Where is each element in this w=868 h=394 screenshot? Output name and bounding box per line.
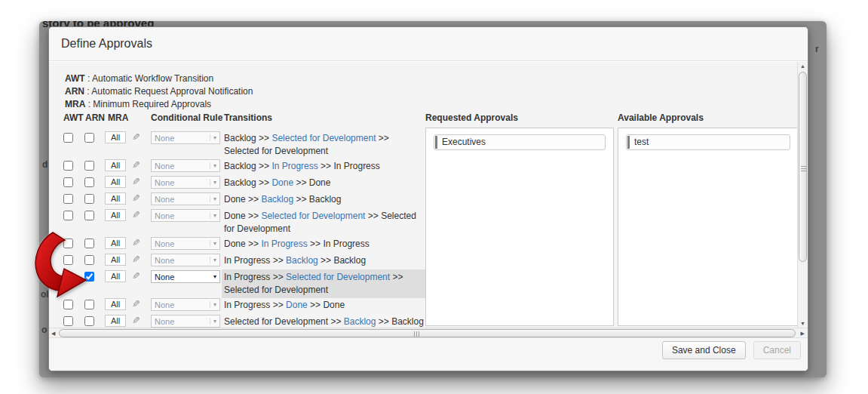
awt-checkbox[interactable] bbox=[63, 177, 73, 187]
scroll-down-icon[interactable]: ▼ bbox=[798, 321, 808, 326]
vertical-scrollbar-thumb[interactable] bbox=[799, 72, 807, 262]
background-text-fragment: r bbox=[815, 44, 819, 54]
edit-pencil-icon[interactable]: ✎ bbox=[132, 192, 140, 204]
scroll-up-icon[interactable]: ▲ bbox=[798, 63, 808, 69]
save-and-close-button[interactable]: Save and Close bbox=[662, 341, 746, 359]
edit-pencil-icon[interactable]: ✎ bbox=[132, 298, 140, 309]
transition-status-text: In Progress bbox=[323, 239, 369, 249]
edit-pencil-icon[interactable]: ✎ bbox=[132, 159, 140, 171]
mra-input[interactable] bbox=[105, 237, 126, 249]
arn-checkbox[interactable] bbox=[84, 133, 94, 143]
mra-input[interactable] bbox=[105, 176, 126, 188]
mra-input[interactable] bbox=[105, 159, 126, 171]
transition-label: Backlog >> Done >> Done bbox=[224, 177, 426, 189]
awt-checkbox[interactable] bbox=[63, 194, 73, 204]
transition-status-text: Done bbox=[224, 239, 246, 249]
awt-checkbox[interactable] bbox=[63, 316, 73, 326]
edit-pencil-icon[interactable]: ✎ bbox=[132, 315, 140, 326]
arn-checkbox[interactable] bbox=[84, 211, 94, 220]
conditional-rule-select[interactable]: None ▾ bbox=[151, 254, 220, 266]
horizontal-scrollbar[interactable]: ◀ ▶ bbox=[49, 328, 808, 338]
transition-status-link[interactable]: Selected for Development bbox=[286, 272, 390, 282]
mra-input[interactable] bbox=[105, 192, 126, 205]
conditional-rule-select[interactable]: None ▾ bbox=[151, 131, 220, 144]
column-header-available-approvals: Available Approvals bbox=[618, 112, 704, 123]
transition-status-link[interactable]: Backlog bbox=[286, 255, 318, 266]
conditional-rule-select[interactable]: None ▾ bbox=[151, 270, 220, 283]
transition-status-link[interactable]: Backlog bbox=[344, 316, 376, 327]
chevron-down-icon: ▾ bbox=[210, 162, 216, 169]
chevron-down-icon: ▾ bbox=[210, 212, 216, 219]
transition-status-text: In Progress bbox=[224, 255, 270, 266]
mra-input[interactable] bbox=[105, 254, 126, 266]
chevron-down-icon: ▾ bbox=[210, 318, 216, 325]
transition-status-text: Done bbox=[323, 300, 345, 310]
edit-pencil-icon[interactable]: ✎ bbox=[132, 131, 140, 143]
conditional-rule-value: None bbox=[155, 162, 174, 171]
edit-pencil-icon[interactable]: ✎ bbox=[132, 254, 140, 265]
edit-pencil-icon[interactable]: ✎ bbox=[132, 176, 140, 187]
conditional-rule-select[interactable]: None ▾ bbox=[151, 298, 220, 311]
column-header-awt: AWT bbox=[63, 112, 84, 123]
conditional-rule-value: None bbox=[155, 195, 174, 204]
legend-line-mra: MRA : Minimum Required Approvals bbox=[65, 98, 253, 111]
cancel-button[interactable]: Cancel bbox=[753, 341, 801, 359]
scroll-right-icon[interactable]: ▶ bbox=[801, 331, 805, 337]
transition-status-link[interactable]: Backlog bbox=[261, 194, 293, 205]
arn-checkbox[interactable] bbox=[84, 316, 94, 326]
column-header-requested-approvals: Requested Approvals bbox=[425, 112, 518, 123]
conditional-rule-value: None bbox=[155, 134, 174, 143]
approval-item[interactable]: test bbox=[626, 134, 790, 150]
scroll-left-icon[interactable]: ◀ bbox=[51, 331, 55, 337]
awt-checkbox[interactable] bbox=[63, 133, 73, 143]
conditional-rule-value: None bbox=[155, 256, 174, 265]
background-text-fragment: o bbox=[41, 325, 47, 335]
arn-checkbox[interactable] bbox=[84, 177, 94, 187]
mra-input[interactable] bbox=[105, 298, 126, 310]
column-header-transitions: Transitions bbox=[224, 112, 272, 123]
transition-status-link[interactable]: Selected for Development bbox=[261, 211, 365, 221]
conditional-rule-select[interactable]: None ▾ bbox=[151, 209, 220, 222]
legend-line-awt: AWT : Automatic Workflow Transition bbox=[65, 72, 253, 85]
chevron-down-icon: ▾ bbox=[213, 273, 216, 280]
transition-status-link[interactable]: In Progress bbox=[271, 161, 317, 171]
drag-handle-icon bbox=[435, 136, 437, 149]
edit-pencil-icon[interactable]: ✎ bbox=[132, 209, 140, 220]
awt-checkbox[interactable] bbox=[63, 211, 73, 220]
transition-status-link[interactable]: Selected for Development bbox=[271, 133, 376, 143]
mra-input[interactable] bbox=[105, 131, 126, 143]
dialog-titlebar: Define Approvals bbox=[49, 27, 808, 61]
transition-status-text: Backlog bbox=[309, 194, 342, 205]
conditional-rule-select[interactable]: None ▾ bbox=[151, 159, 220, 172]
arn-checkbox[interactable] bbox=[84, 161, 94, 171]
conditional-rule-select[interactable]: None ▾ bbox=[151, 176, 220, 189]
transition-status-link[interactable]: Done bbox=[271, 177, 293, 188]
conditional-rule-select[interactable]: None ▾ bbox=[151, 192, 220, 205]
conditional-rule-select[interactable]: None ▾ bbox=[151, 315, 220, 328]
legend-line-arn: ARN : Automatic Request Approval Notific… bbox=[65, 85, 253, 98]
dialog-footer: Save and Close Cancel bbox=[49, 337, 808, 371]
mra-input[interactable] bbox=[105, 209, 126, 221]
requested-approvals-list: Executives bbox=[426, 134, 613, 150]
transition-status-text: Done bbox=[309, 177, 331, 188]
approval-item[interactable]: Executives bbox=[434, 134, 606, 150]
conditional-rule-select[interactable]: None ▾ bbox=[151, 237, 220, 250]
conditional-rule-value: None bbox=[155, 272, 174, 282]
arn-checkbox[interactable] bbox=[84, 194, 94, 204]
awt-checkbox[interactable] bbox=[63, 161, 73, 171]
mra-input[interactable] bbox=[105, 270, 126, 282]
transition-status-link[interactable]: In Progress bbox=[261, 239, 307, 249]
transition-status-text: In Progress bbox=[333, 161, 379, 171]
legend: AWT : Automatic Workflow Transition ARN … bbox=[65, 72, 253, 111]
transition-status-text: Backlog bbox=[224, 133, 256, 143]
mra-input[interactable] bbox=[105, 315, 126, 327]
transition-status-link[interactable]: Done bbox=[286, 300, 308, 310]
approval-item-label: Executives bbox=[442, 137, 486, 147]
transition-status-text: Done bbox=[224, 194, 246, 205]
edit-pencil-icon[interactable]: ✎ bbox=[132, 237, 140, 248]
horizontal-scrollbar-thumb[interactable] bbox=[59, 329, 796, 337]
define-approvals-dialog: Define Approvals AWT : Automatic Workflo… bbox=[48, 26, 808, 371]
edit-pencil-icon[interactable]: ✎ bbox=[132, 270, 140, 282]
column-header-mra: MRA bbox=[108, 112, 128, 123]
vertical-scrollbar[interactable]: ▲ ▼ bbox=[797, 62, 808, 328]
